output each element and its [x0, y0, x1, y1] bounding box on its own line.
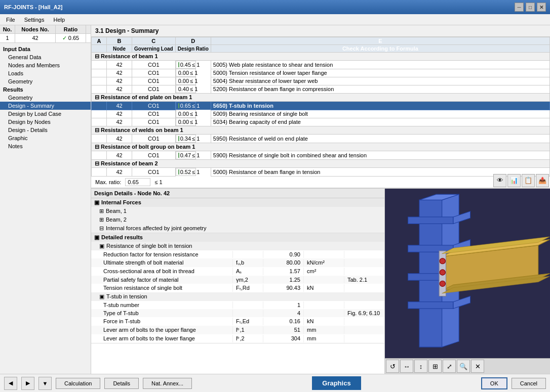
results-table-area: A B C D E Node Governing Load Design Rat… — [91, 37, 550, 189]
node-table-row[interactable]: 1 42 ✓ 0.65 — [0, 34, 91, 42]
section-header: ⊟ Resistance of beam 2 — [92, 160, 550, 168]
internal-forces-joint-header[interactable]: ⊟ Internal forces affected by joint geom… — [91, 224, 384, 233]
right-content: 3.1 Design - Summary A B C D E Node Gove… — [91, 25, 550, 374]
nav-graphic[interactable]: Graphic — [0, 134, 91, 142]
table-row[interactable]: 42CO10.40 ≤ 15200) Resistance of beam fl… — [92, 85, 550, 94]
internal-forces-header[interactable]: ▣ Internal Forces — [91, 198, 384, 207]
sub-th-ratio: Design Ratio — [175, 45, 211, 53]
nav-notes[interactable]: Notes — [0, 142, 91, 150]
section-header: ⊟ Resistance of bolt group on beam 1 — [92, 143, 550, 151]
minimize-button[interactable]: ─ — [515, 3, 524, 12]
nav-general-data[interactable]: General Data — [0, 53, 91, 61]
tstub-row-force: Force in T-stub Fₜ,Ed 0.16 kN — [91, 317, 384, 326]
pan-h-icon-btn[interactable]: ↔ — [400, 360, 413, 373]
th-A: A — [92, 37, 107, 45]
pan-v-icon-btn[interactable]: ↕ — [414, 360, 427, 373]
tstub-type-note: Fig. 6.9; 6.10 — [344, 310, 384, 317]
th-E: E — [211, 37, 549, 45]
col-d-cell: 0.65 ≤ 1 — [176, 102, 196, 110]
beam-visualization — [385, 189, 550, 359]
export-icon-btn[interactable]: 📤 — [536, 174, 549, 187]
nav-geometry-input[interactable]: Geometry — [0, 77, 91, 85]
partial-sym: γm,2 — [233, 276, 263, 283]
close-view-icon-btn[interactable]: ✕ — [471, 360, 484, 373]
th-D: D — [175, 37, 211, 45]
internal-forces-section: ▣ Internal Forces ⊞ Beam, 1 ⊞ Beam, 2 — [91, 198, 384, 233]
design-details-panel: Design Details - Node No. 42 ▣ Internal … — [91, 189, 385, 374]
copy-icon-btn[interactable]: 📋 — [522, 174, 535, 187]
reduction-note — [344, 251, 384, 258]
tstub-upper-value: 51 — [263, 326, 304, 334]
table-row[interactable]: 42CO10.34 ≤ 15950) Resistance of weld on… — [92, 135, 550, 143]
graphics-button[interactable]: Graphics — [312, 376, 361, 390]
table-row[interactable]: 42CO10.52 ≤ 15000) Resistance of beam fl… — [92, 168, 550, 177]
table-row[interactable]: 42CO10.00 ≤ 15009) Bearing resistance of… — [92, 110, 550, 118]
calculation-button[interactable]: Calculation — [56, 378, 100, 389]
fit-icon-btn[interactable]: ⤢ — [443, 360, 456, 373]
col-d-cell: 0.52 ≤ 1 — [176, 168, 196, 176]
tstub-force-note — [344, 318, 384, 325]
beam1-header[interactable]: ⊞ Beam, 1 — [91, 207, 384, 215]
nav-forward-btn[interactable]: ▶ — [21, 377, 34, 390]
rotate-icon-btn[interactable]: ↺ — [386, 360, 399, 373]
table-row[interactable]: 42CO10.45 ≤ 15005) Web plate resistance … — [92, 61, 550, 69]
col-c-cell: CO1 — [132, 102, 176, 110]
close-button[interactable]: ✕ — [537, 3, 546, 12]
title-bar-buttons: ─ □ ✕ — [515, 3, 546, 12]
nav-geometry-results[interactable]: Geometry — [0, 94, 91, 102]
design-details-content: ▣ Internal Forces ⊞ Beam, 1 ⊞ Beam, 2 — [91, 198, 384, 374]
nav-design-load-case[interactable]: Design by Load Case — [0, 110, 91, 118]
reduction-sym — [233, 251, 263, 258]
view-icon-btn[interactable]: 👁 — [493, 174, 506, 187]
tstub-lower-value: 304 — [263, 335, 304, 342]
col-b-cell: 42 — [107, 151, 132, 160]
nav-loads[interactable]: Loads — [0, 69, 91, 77]
max-ratio-label: Max. ratio: — [95, 179, 121, 185]
menu-help[interactable]: Help — [49, 16, 69, 24]
col-b-cell: 42 — [107, 110, 132, 118]
table-row[interactable]: 42CO10.00 ≤ 15034) Bearing capacity of e… — [92, 118, 550, 126]
nat-annex-button[interactable]: Nat. Annex... — [143, 378, 192, 389]
detailed-results-section: ▣ Detailed results ▣ Resistance of singl… — [91, 233, 384, 343]
maximize-button[interactable]: □ — [526, 3, 535, 12]
table-row[interactable]: 42CO10.65 ≤ 15650) T-stub in tension — [92, 102, 550, 110]
menu-file[interactable]: File — [2, 16, 19, 24]
table-row[interactable]: 42CO10.00 ≤ 15004) Shear resistance of l… — [92, 77, 550, 85]
nav-design-summary[interactable]: Design - Summary — [0, 102, 91, 110]
bottom-bar: ◀ ▶ ▼ Calculation Details Nat. Annex... … — [0, 374, 550, 392]
ok-button[interactable]: OK — [481, 377, 507, 389]
beam2-header[interactable]: ⊞ Beam, 2 — [91, 215, 384, 224]
single-bolt-header[interactable]: ▣ Resistance of single bolt in tension — [91, 242, 384, 250]
sub-th-formula: Check According to Formula — [211, 45, 549, 53]
ratio-bar — [178, 169, 179, 175]
detailed-results-header[interactable]: ▣ Detailed results — [91, 233, 384, 242]
zoom-icon-btn[interactable]: 🔍 — [457, 360, 470, 373]
grid-icon-btn[interactable]: ⊞ — [428, 360, 442, 373]
ratio-bar — [178, 103, 179, 108]
partial-unit — [304, 276, 344, 283]
ratio-value: 0.65 — [68, 35, 79, 41]
col-c-cell: CO1 — [132, 61, 176, 69]
nav-nodes-members[interactable]: Nodes and Members — [0, 61, 91, 69]
col-e-cell: 5000) Tension resistance of lower taper … — [211, 69, 549, 77]
col-b-cell: 42 — [107, 69, 132, 77]
tstub-header[interactable]: ▣ T-stub in tension — [91, 292, 384, 301]
nav-back-btn[interactable]: ◀ — [4, 377, 17, 390]
menu-settings[interactable]: Settings — [20, 16, 49, 24]
title-bar: RF-JOINTS - [Hall_A2] ─ □ ✕ — [0, 0, 550, 14]
table-row[interactable]: 42CO10.47 ≤ 15900) Resistance of single … — [92, 151, 550, 160]
max-ratio-input[interactable] — [125, 178, 150, 186]
table-row[interactable]: 42CO10.00 ≤ 15000) Tension resistance of… — [92, 69, 550, 77]
max-ratio-lte: ≤ 1 — [154, 179, 162, 185]
joint-expand: ⊟ — [99, 225, 104, 232]
tension-sym: Fₜ,Rd — [233, 284, 263, 292]
col-c-cell: CO1 — [132, 69, 176, 77]
reduction-label: Reduction factor for tension resistance — [91, 251, 233, 258]
nav-down-btn[interactable]: ▼ — [38, 377, 52, 390]
cancel-button[interactable]: Cancel — [512, 378, 546, 389]
nav-design-details[interactable]: Design - Details — [0, 126, 91, 134]
tree-nav: Input Data General Data Nodes and Member… — [0, 43, 91, 374]
details-button[interactable]: Details — [104, 378, 139, 389]
nav-design-nodes[interactable]: Design by Nodes — [0, 118, 91, 126]
chart-icon-btn[interactable]: 📊 — [507, 174, 521, 187]
